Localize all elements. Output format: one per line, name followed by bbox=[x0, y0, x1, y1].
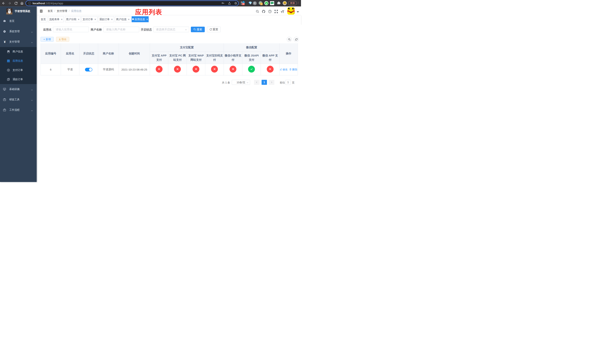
svg-text:¥: ¥ bbox=[4, 40, 6, 43]
svg-text:¥: ¥ bbox=[8, 69, 9, 71]
